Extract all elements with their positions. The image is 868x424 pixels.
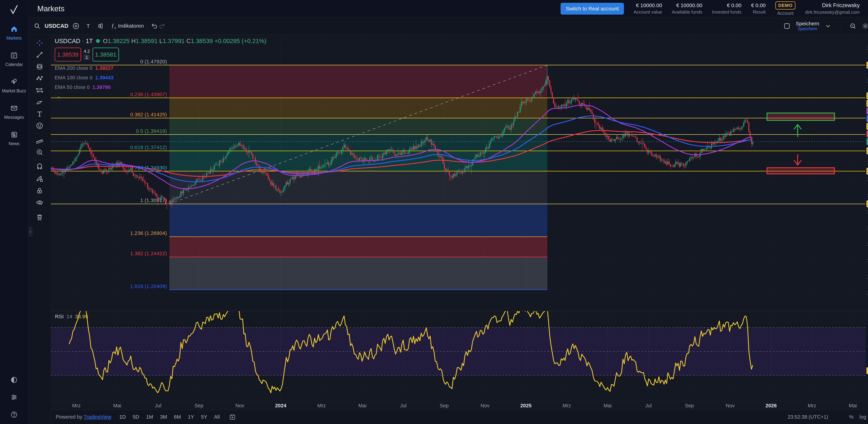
- rsi-axis-label: 50.00: [866, 349, 868, 354]
- compare-add-icon[interactable]: [72, 22, 80, 30]
- emoji-icon[interactable]: [33, 120, 46, 131]
- hide-all-icon[interactable]: [33, 196, 46, 208]
- log-scale-button[interactable]: log: [860, 414, 866, 420]
- sell-button[interactable]: 1.38539: [55, 48, 81, 61]
- clock-label[interactable]: 23:52:38 (UTC+1): [787, 414, 828, 420]
- range-button-6m[interactable]: 6M: [174, 414, 181, 420]
- indicators-button[interactable]: ƒx Indikatoren: [111, 22, 144, 30]
- layout-select-icon[interactable]: [783, 22, 790, 30]
- sidebar-item-messages[interactable]: Messages: [1, 104, 27, 120]
- time-axis-label: 2025: [520, 403, 532, 408]
- xabcd-pattern-icon[interactable]: [33, 72, 46, 84]
- sidebar-item-news[interactable]: News: [1, 130, 27, 146]
- sidebar-item-markets[interactable]: Markets: [1, 25, 27, 41]
- redo-icon[interactable]: [158, 22, 165, 30]
- range-button-all[interactable]: All: [214, 414, 220, 420]
- delete-drawings-icon[interactable]: [33, 211, 46, 223]
- price-axis-label: 1.50000: [866, 45, 868, 51]
- range-button-5y[interactable]: 5Y: [201, 414, 207, 420]
- price-axis-label: 1.32000: [866, 192, 868, 198]
- tradingview-link[interactable]: TradingView: [84, 414, 112, 420]
- zoom-in-icon[interactable]: [33, 146, 46, 158]
- time-axis-label: Mrz: [72, 403, 81, 408]
- buy-button[interactable]: 1.38581: [93, 48, 119, 61]
- magnet-icon[interactable]: [33, 161, 46, 173]
- projection-icon[interactable]: [33, 84, 46, 96]
- page-title: Markets: [37, 4, 64, 13]
- percent-scale-button[interactable]: %: [849, 414, 854, 420]
- sidebar-items: MarketsCalendarMarket BuzzMessagesNews: [1, 25, 27, 146]
- time-axis-label: Mai: [358, 403, 367, 408]
- measure-ruler-icon[interactable]: [33, 134, 46, 146]
- range-button-3m[interactable]: 3M: [160, 414, 167, 420]
- axis-settings-corner[interactable]: [865, 401, 868, 410]
- sliders-icon[interactable]: [10, 393, 18, 402]
- interval-button[interactable]: T: [87, 23, 90, 29]
- time-axis-label: Sep: [685, 403, 694, 408]
- legend-symbol[interactable]: USDCAD · 1T: [55, 37, 93, 44]
- rsi-axis-label: 40.00: [866, 361, 868, 366]
- price-axis-label: 1.22000: [866, 274, 868, 280]
- chart-legend: USDCAD · 1T O1.38225 H1.38591 L1.37991 C…: [55, 37, 267, 100]
- stat-available-funds: € 10000.00 Available funds: [672, 2, 702, 15]
- time-axis-label: Nov: [236, 403, 244, 408]
- sidebar-item-calendar[interactable]: Calendar: [1, 51, 27, 67]
- brush-icon[interactable]: [33, 96, 46, 108]
- price-level-badge: 1.47920: [866, 62, 868, 68]
- price-axis[interactable]: 1.500001.460001.380001.360001.340001.320…: [865, 35, 868, 311]
- switch-to-real-button[interactable]: Switch to Real account: [561, 3, 624, 14]
- legend-collapse-button[interactable]: [55, 94, 63, 100]
- rsi-legend[interactable]: RSI 14 33.95: [55, 313, 88, 320]
- ema-200-legend[interactable]: EMA 200 close 01.39227: [55, 65, 267, 71]
- user-name: Dirk Friczewsky: [822, 2, 860, 8]
- contrast-icon[interactable]: [10, 376, 18, 385]
- range-button-1y[interactable]: 1Y: [188, 414, 194, 420]
- fib-retracement-icon[interactable]: [33, 61, 46, 72]
- lock-all-icon[interactable]: [33, 185, 46, 196]
- crosshair-icon[interactable]: [33, 37, 46, 49]
- time-axis-label: Mai: [113, 403, 121, 408]
- range-button-5d[interactable]: 5D: [133, 414, 139, 420]
- rsi-axis[interactable]: 80.0070.0060.0050.0040.0030.0020.0033.95: [865, 311, 868, 401]
- quick-search-icon[interactable]: [849, 22, 857, 30]
- home-icon: [10, 25, 18, 34]
- range-button-1m[interactable]: 1M: [146, 414, 153, 420]
- undo-icon[interactable]: [151, 22, 158, 30]
- current-price-badge: 1.38539: [866, 138, 868, 145]
- price-pane[interactable]: USDCAD · 1T O1.38225 H1.38591 L1.37991 C…: [51, 35, 865, 311]
- time-axis[interactable]: MrzMaiJulSepNov2024MrzMaiJulSepNov2025Mr…: [51, 401, 865, 410]
- chevron-down-icon[interactable]: [825, 22, 832, 30]
- drawing-edit-lock-icon[interactable]: [33, 173, 46, 185]
- app-header: Markets Switch to Real account € 10000.0…: [28, 0, 868, 18]
- goto-date-icon[interactable]: [229, 414, 236, 421]
- rsi-axis-label: 20.00: [866, 385, 868, 390]
- text-tool-icon[interactable]: [33, 108, 46, 120]
- toolbar-expand-chevron[interactable]: ›: [28, 226, 33, 237]
- chart-type-icon[interactable]: [97, 22, 104, 30]
- chart-area: USDCAD · 1T O1.38225 H1.38591 L1.37991 C…: [51, 35, 868, 424]
- trend-line-icon[interactable]: [33, 49, 46, 61]
- help-icon[interactable]: [10, 411, 18, 419]
- settings-gear-icon[interactable]: [862, 22, 868, 30]
- time-axis-label: Jul: [155, 403, 161, 408]
- rsi-pane[interactable]: RSI 14 33.95: [51, 311, 865, 401]
- chart-toolbar: USDCAD T ƒx Indikatoren Speichern Speich…: [28, 18, 868, 35]
- time-axis-label: Sep: [440, 403, 449, 408]
- time-axis-label: Nov: [726, 403, 735, 408]
- ema-50-legend[interactable]: EMA 50 close 01.39790: [55, 84, 267, 90]
- sidebar-item-market-buzz[interactable]: Market Buzz: [1, 78, 27, 93]
- rsi-axis-label: 80.00: [866, 313, 868, 319]
- price-axis-label: 1.28000: [866, 225, 868, 231]
- save-layout-button[interactable]: Speichern Speichern: [796, 21, 819, 31]
- symbol-search-button[interactable]: USDCAD: [44, 23, 68, 29]
- user-email: dirk.friczewsky@gmail.com: [805, 9, 860, 15]
- ema-100-legend[interactable]: EMA 100 close 01.39443: [55, 75, 267, 81]
- search-icon[interactable]: [33, 22, 41, 30]
- time-axis-label: Jul: [645, 403, 652, 408]
- time-axis-label: Mrz: [317, 403, 326, 408]
- range-button-1d[interactable]: 1D: [119, 414, 126, 420]
- time-axis-label: Mrz: [808, 403, 816, 408]
- price-axis-label: 1.46000: [866, 78, 868, 84]
- spread-widget: 4.2 1: [84, 49, 90, 60]
- price-level-badge: 1.39443: [866, 115, 868, 122]
